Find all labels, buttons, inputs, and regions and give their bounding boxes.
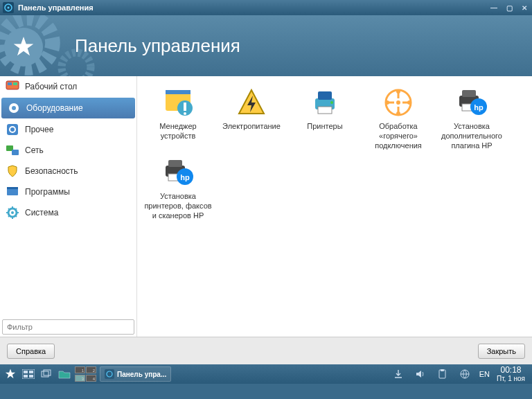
svg-rect-45 — [24, 375, 28, 378]
svg-rect-20 — [184, 103, 186, 111]
security-icon — [6, 164, 19, 178]
hp-plugin-icon: hp — [455, 86, 488, 119]
system-icon — [6, 206, 19, 220]
file-manager-button[interactable] — [57, 366, 72, 382]
svg-rect-23 — [318, 91, 332, 100]
svg-point-27 — [396, 100, 400, 105]
filter-input[interactable] — [2, 319, 134, 335]
svg-point-28 — [396, 89, 400, 94]
svg-point-21 — [184, 112, 186, 115]
svg-point-3 — [62, 53, 91, 76]
windows-overview-button[interactable] — [39, 366, 54, 382]
sidebar-item-desktop[interactable]: Рабочий стол — [0, 76, 136, 97]
svg-rect-18 — [166, 90, 190, 94]
svg-point-1 — [8, 7, 10, 9]
grid-item-hp-plugin[interactable]: hpУстановка дополнительного плагина HP — [436, 86, 507, 150]
grid-item-label: Установка дополнительного плагина HP — [436, 122, 507, 150]
clipboard-icon[interactable] — [435, 366, 450, 382]
system-tray: EN 00:18 Пт, 1 ноя — [391, 366, 529, 382]
grid-item-label: Менеджер устройств — [143, 122, 213, 141]
window-titlebar: Панель управления — ▢ ✕ — [0, 0, 532, 15]
header-banner: Панель управления — [0, 15, 532, 76]
workspace-pager[interactable]: 1234 — [75, 366, 97, 382]
svg-rect-44 — [29, 371, 33, 373]
svg-text:hp: hp — [474, 103, 484, 112]
sidebar-item-network[interactable]: Сеть — [0, 140, 136, 161]
clock-time: 00:18 — [497, 366, 525, 375]
hardware-icon — [7, 101, 21, 115]
desktop-icon — [6, 80, 19, 94]
device-manager-icon — [161, 86, 195, 119]
show-desktop-button[interactable] — [21, 366, 36, 382]
updates-icon[interactable] — [391, 366, 406, 382]
network-icon[interactable] — [457, 366, 472, 382]
svg-point-30 — [385, 100, 389, 105]
svg-rect-46 — [29, 375, 33, 378]
category-sidebar: Рабочий столОборудованиеПрочееСетьБезопа… — [0, 76, 137, 337]
settings-grid: Менеджер устройствЭлектропитаниеПринтеры… — [137, 76, 532, 337]
taskbar: 1234 Панель упра... EN 00:18 Пт, 1 ноя — [0, 364, 532, 384]
grid-item-device-manager[interactable]: Менеджер устройств — [143, 86, 213, 150]
svg-rect-49 — [105, 369, 114, 379]
grid-item-label: Установка принтеров, факсов и сканеров H… — [143, 192, 213, 220]
hotplug-icon — [382, 86, 415, 119]
hp-setup-icon: hp — [161, 156, 195, 189]
svg-rect-43 — [24, 371, 28, 373]
star-badge-icon — [4, 28, 43, 66]
svg-text:hp: hp — [180, 173, 190, 181]
sidebar-item-hardware[interactable]: Оборудование — [1, 98, 135, 118]
window-title: Панель управления — [18, 3, 94, 12]
grid-item-label: Электропитание — [222, 122, 281, 132]
start-menu-button[interactable] — [3, 366, 18, 382]
svg-rect-33 — [462, 90, 476, 97]
svg-rect-47 — [42, 371, 48, 377]
taskbar-app-button[interactable]: Панель упра... — [100, 366, 171, 382]
grid-item-power[interactable]: Электропитание — [216, 86, 287, 150]
svg-point-8 — [12, 106, 16, 110]
grid-item-hp-setup[interactable]: hpУстановка принтеров, факсов и сканеров… — [143, 156, 213, 220]
taskbar-app-label: Панель упра... — [117, 371, 166, 378]
clock-date: Пт, 1 ноя — [497, 375, 525, 382]
svg-rect-6 — [13, 82, 17, 85]
grid-item-hotplug[interactable]: Обработка «горячего» подключения — [363, 86, 434, 150]
close-button[interactable]: Закрыть — [478, 344, 525, 359]
svg-point-29 — [396, 112, 400, 116]
sidebar-item-label: Безопасность — [25, 166, 78, 176]
sidebar-item-other[interactable]: Прочее — [0, 119, 136, 140]
svg-rect-5 — [8, 82, 12, 85]
volume-icon[interactable] — [413, 366, 428, 382]
sidebar-item-label: Система — [25, 208, 58, 218]
sidebar-item-label: Рабочий стол — [25, 82, 77, 91]
svg-point-31 — [407, 100, 411, 105]
other-icon — [6, 123, 19, 136]
sidebar-item-system[interactable]: Система — [0, 202, 136, 223]
svg-point-25 — [330, 101, 333, 104]
dialog-button-bar: Справка Закрыть — [0, 337, 532, 364]
grid-item-printers[interactable]: Принтеры — [290, 86, 360, 150]
minimize-button[interactable]: — — [489, 3, 499, 12]
svg-rect-24 — [318, 107, 332, 114]
grid-item-label: Принтеры — [307, 122, 342, 132]
printers-icon — [308, 86, 342, 119]
svg-rect-48 — [44, 370, 51, 375]
svg-rect-38 — [168, 160, 182, 167]
sidebar-item-security[interactable]: Безопасность — [0, 161, 136, 181]
svg-rect-14 — [7, 187, 18, 189]
settings-icon — [105, 369, 114, 379]
sidebar-item-programs[interactable]: Программы — [0, 181, 136, 202]
maximize-button[interactable]: ▢ — [504, 3, 514, 12]
sidebar-item-label: Прочее — [25, 125, 53, 134]
keyboard-layout-indicator[interactable]: EN — [479, 370, 490, 378]
svg-point-16 — [11, 211, 14, 214]
close-window-button[interactable]: ✕ — [520, 3, 529, 12]
svg-rect-12 — [12, 150, 19, 155]
grid-item-label: Обработка «горячего» подключения — [363, 122, 434, 150]
svg-rect-52 — [441, 369, 444, 371]
sidebar-item-label: Сеть — [25, 145, 44, 155]
sidebar-item-label: Оборудование — [26, 103, 83, 113]
help-button[interactable]: Справка — [7, 344, 55, 359]
gear-decoration-icon — [52, 43, 100, 76]
clock[interactable]: 00:18 Пт, 1 ноя — [497, 366, 525, 382]
svg-rect-9 — [7, 124, 18, 135]
sidebar-item-label: Программы — [25, 187, 70, 197]
